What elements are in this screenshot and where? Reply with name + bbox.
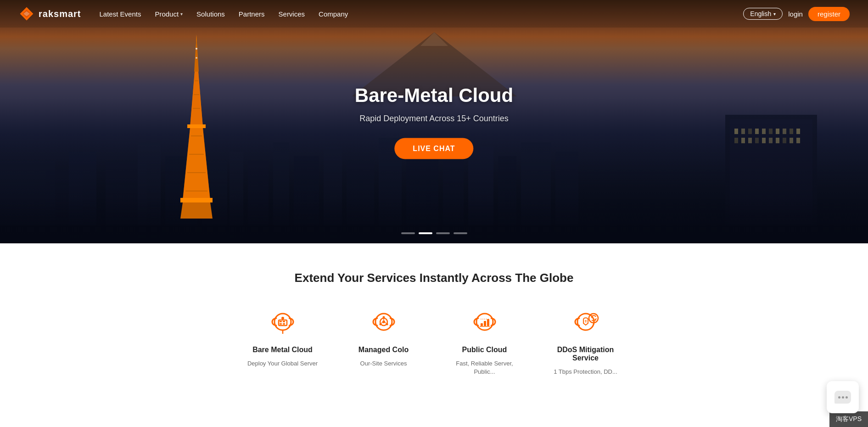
svg-rect-70 xyxy=(280,323,282,325)
svg-rect-39 xyxy=(796,138,800,143)
svg-rect-36 xyxy=(776,138,779,143)
svg-rect-8 xyxy=(294,156,319,243)
chevron-down-icon: ▾ xyxy=(773,11,776,17)
svg-rect-52 xyxy=(187,124,206,128)
svg-rect-35 xyxy=(769,138,773,143)
svg-rect-37 xyxy=(783,138,786,143)
svg-rect-7 xyxy=(273,142,289,243)
svg-rect-19 xyxy=(730,119,812,243)
nav-latest-events[interactable]: Latest Events xyxy=(100,10,141,18)
ddos-mitigation-icon xyxy=(570,308,602,340)
slider-dot-4[interactable] xyxy=(454,232,467,234)
svg-rect-18 xyxy=(725,115,817,243)
svg-rect-80 xyxy=(481,323,483,326)
svg-rect-41 xyxy=(46,170,83,243)
svg-marker-54 xyxy=(183,128,210,200)
svg-rect-15 xyxy=(498,156,516,243)
svg-point-78 xyxy=(386,323,388,326)
svg-rect-67 xyxy=(279,320,287,326)
svg-rect-22 xyxy=(748,129,752,134)
svg-marker-56 xyxy=(180,202,213,219)
svg-rect-55 xyxy=(180,198,213,202)
logo[interactable]: raksmart xyxy=(18,6,81,22)
hero-section: Bare-Metal Cloud Rapid Deployment Across… xyxy=(0,0,868,243)
svg-rect-69 xyxy=(283,321,285,322)
live-chat-button[interactable]: LIVE CHAT xyxy=(394,138,473,159)
nav-product[interactable]: Product ▾ xyxy=(155,10,183,18)
service-card-ddos[interactable]: DDoS Mitigation Service 1 Tbps Protectio… xyxy=(549,308,622,376)
svg-rect-82 xyxy=(487,319,489,326)
svg-rect-25 xyxy=(769,129,773,134)
service-name-managed-colo: Managed Colo xyxy=(358,346,409,354)
header-right: English ▾ login register xyxy=(743,7,850,21)
svg-rect-9 xyxy=(324,147,342,243)
svg-point-72 xyxy=(281,317,284,320)
register-button[interactable]: register xyxy=(808,7,850,21)
chat-bubble-icon xyxy=(834,391,851,394)
svg-point-58 xyxy=(196,57,197,59)
svg-rect-32 xyxy=(748,138,752,143)
service-desc-public-cloud: Fast, Reliable Server, Public... xyxy=(448,360,521,376)
svg-rect-12 xyxy=(406,152,438,243)
service-card-managed-colo[interactable]: Managed Colo Our-Site Services xyxy=(347,308,420,376)
svg-rect-28 xyxy=(790,129,793,134)
services-grid: Bare Metal Cloud Deploy Your Global Serv… xyxy=(18,308,850,376)
service-card-public-cloud[interactable]: Public Cloud Fast, Reliable Server, Publ… xyxy=(448,308,521,376)
service-desc-ddos: 1 Tbps Protection, DD... xyxy=(554,368,617,376)
svg-rect-68 xyxy=(280,321,282,322)
svg-rect-21 xyxy=(741,129,745,134)
hero-content: Bare-Metal Cloud Rapid Deployment Across… xyxy=(355,84,513,159)
public-cloud-icon xyxy=(469,308,501,340)
nav-partners[interactable]: Partners xyxy=(239,10,265,18)
managed-colo-icon xyxy=(368,308,400,340)
hero-subtitle: Rapid Deployment Across 15+ Countries xyxy=(355,114,513,124)
svg-rect-29 xyxy=(796,129,800,134)
service-card-bare-metal[interactable]: Bare Metal Cloud Deploy Your Global Serv… xyxy=(246,308,319,376)
svg-rect-30 xyxy=(734,138,738,143)
svg-rect-26 xyxy=(776,129,779,134)
svg-point-76 xyxy=(382,316,385,319)
language-label: English xyxy=(750,10,771,17)
svg-rect-31 xyxy=(741,138,745,143)
svg-rect-27 xyxy=(783,129,786,134)
slider-dot-1[interactable] xyxy=(401,232,415,234)
logo-icon xyxy=(18,6,35,22)
header: raksmart Latest Events Product ▾ Solutio… xyxy=(0,0,868,28)
slider-dot-3[interactable] xyxy=(436,232,450,234)
nav-solutions[interactable]: Solutions xyxy=(196,10,225,18)
logo-text: raksmart xyxy=(39,9,81,19)
svg-rect-13 xyxy=(443,161,464,243)
svg-rect-6 xyxy=(248,161,269,243)
language-selector[interactable]: English ▾ xyxy=(743,8,783,20)
hero-title: Bare-Metal Cloud xyxy=(355,84,513,107)
svg-rect-10 xyxy=(347,161,374,243)
svg-rect-43 xyxy=(106,161,147,243)
login-button[interactable]: login xyxy=(788,10,803,18)
main-nav: Latest Events Product ▾ Solutions Partne… xyxy=(100,10,744,18)
svg-point-57 xyxy=(196,48,197,50)
tokyo-tower xyxy=(174,35,219,220)
svg-rect-5 xyxy=(230,152,243,243)
svg-rect-20 xyxy=(734,129,738,134)
svg-rect-14 xyxy=(468,147,493,243)
svg-rect-42 xyxy=(69,152,96,243)
svg-rect-23 xyxy=(755,129,759,134)
service-name-bare-metal: Bare Metal Cloud xyxy=(252,346,313,354)
svg-rect-71 xyxy=(283,323,285,325)
svg-rect-34 xyxy=(762,138,766,143)
svg-rect-38 xyxy=(790,138,793,143)
svg-rect-24 xyxy=(762,129,766,134)
chevron-down-icon: ▾ xyxy=(180,11,183,17)
nav-services[interactable]: Services xyxy=(279,10,305,18)
nav-company[interactable]: Company xyxy=(319,10,348,18)
service-desc-managed-colo: Our-Site Services xyxy=(360,360,407,368)
svg-rect-44 xyxy=(138,142,161,243)
svg-rect-40 xyxy=(0,161,55,243)
chat-widget[interactable] xyxy=(827,381,859,394)
services-section-title: Extend Your Services Instantly Across Th… xyxy=(18,271,850,285)
slider-dots xyxy=(401,232,467,234)
svg-rect-81 xyxy=(484,321,486,326)
bare-metal-cloud-icon xyxy=(267,308,299,340)
slider-dot-2[interactable] xyxy=(419,232,432,234)
svg-rect-33 xyxy=(755,138,759,143)
